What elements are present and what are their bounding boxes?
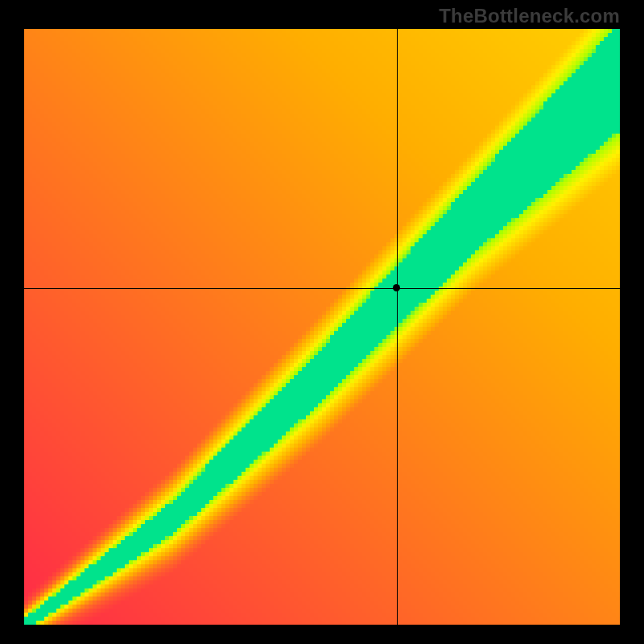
crosshair-horizontal xyxy=(24,288,620,289)
heatmap-canvas xyxy=(24,29,620,625)
plot-area xyxy=(24,29,620,625)
watermark-text: TheBottleneck.com xyxy=(439,5,620,27)
chart-frame: TheBottleneck.com xyxy=(0,0,644,644)
crosshair-vertical xyxy=(397,29,398,625)
